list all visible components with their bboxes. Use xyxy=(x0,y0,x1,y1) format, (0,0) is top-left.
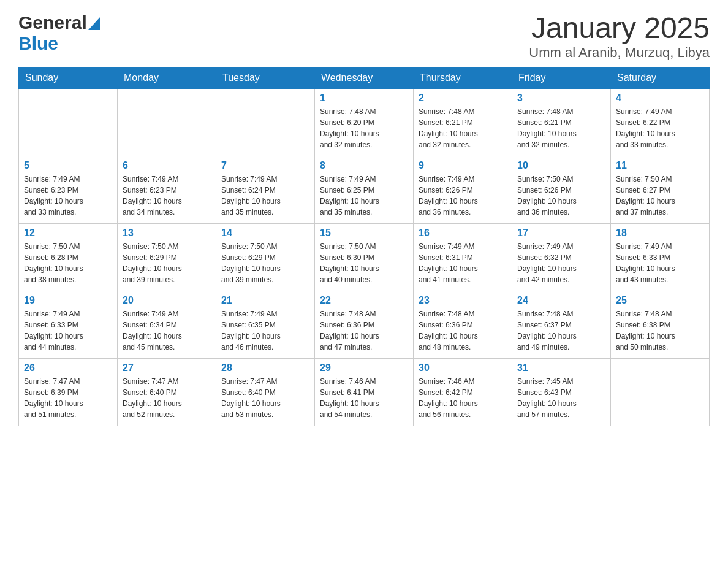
day-info: Sunrise: 7:45 AMSunset: 6:43 PMDaylight:… xyxy=(517,376,605,420)
day-info: Sunrise: 7:49 AMSunset: 6:34 PMDaylight:… xyxy=(123,308,211,353)
calendar-day-cell: 8Sunrise: 7:49 AMSunset: 6:25 PMDaylight… xyxy=(315,156,414,223)
day-info: Sunrise: 7:49 AMSunset: 6:25 PMDaylight:… xyxy=(320,174,408,218)
page-header: General Blue January 2025 Umm al Aranib,… xyxy=(18,12,710,61)
day-info: Sunrise: 7:48 AMSunset: 6:21 PMDaylight:… xyxy=(419,106,507,150)
day-number: 29 xyxy=(320,362,408,373)
day-info: Sunrise: 7:48 AMSunset: 6:21 PMDaylight:… xyxy=(517,106,605,150)
day-number: 9 xyxy=(419,160,507,171)
calendar-day-cell: 2Sunrise: 7:48 AMSunset: 6:21 PMDaylight… xyxy=(414,88,512,156)
calendar-day-cell: 1Sunrise: 7:48 AMSunset: 6:20 PMDaylight… xyxy=(315,88,414,156)
day-number: 20 xyxy=(123,295,211,306)
calendar-day-cell: 9Sunrise: 7:49 AMSunset: 6:26 PMDaylight… xyxy=(414,156,512,223)
calendar-day-cell: 13Sunrise: 7:50 AMSunset: 6:29 PMDayligh… xyxy=(118,223,216,291)
day-number: 4 xyxy=(616,93,704,104)
logo: General Blue xyxy=(18,12,100,54)
calendar-day-cell xyxy=(216,88,315,156)
calendar-day-cell: 12Sunrise: 7:50 AMSunset: 6:28 PMDayligh… xyxy=(19,223,118,291)
title-section: January 2025 Umm al Aranib, Murzuq, Liby… xyxy=(529,12,710,61)
day-info: Sunrise: 7:50 AMSunset: 6:29 PMDaylight:… xyxy=(221,241,309,285)
day-number: 16 xyxy=(419,228,507,239)
day-info: Sunrise: 7:47 AMSunset: 6:40 PMDaylight:… xyxy=(221,376,309,420)
calendar-day-cell: 6Sunrise: 7:49 AMSunset: 6:23 PMDaylight… xyxy=(118,156,216,223)
day-info: Sunrise: 7:49 AMSunset: 6:22 PMDaylight:… xyxy=(616,106,704,150)
day-number: 19 xyxy=(24,295,112,306)
day-number: 6 xyxy=(123,160,211,171)
day-info: Sunrise: 7:49 AMSunset: 6:33 PMDaylight:… xyxy=(24,308,112,353)
day-info: Sunrise: 7:49 AMSunset: 6:35 PMDaylight:… xyxy=(221,308,309,353)
day-info: Sunrise: 7:49 AMSunset: 6:26 PMDaylight:… xyxy=(419,174,507,218)
calendar-week-row: 1Sunrise: 7:48 AMSunset: 6:20 PMDaylight… xyxy=(19,88,710,156)
month-title: January 2025 xyxy=(529,12,710,45)
calendar-day-cell: 26Sunrise: 7:47 AMSunset: 6:39 PMDayligh… xyxy=(19,358,118,426)
day-number: 26 xyxy=(24,362,112,373)
calendar-day-cell xyxy=(118,88,216,156)
calendar-day-cell: 3Sunrise: 7:48 AMSunset: 6:21 PMDaylight… xyxy=(512,88,611,156)
calendar-day-cell: 19Sunrise: 7:49 AMSunset: 6:33 PMDayligh… xyxy=(19,291,118,358)
calendar-day-cell: 28Sunrise: 7:47 AMSunset: 6:40 PMDayligh… xyxy=(216,358,315,426)
day-info: Sunrise: 7:46 AMSunset: 6:41 PMDaylight:… xyxy=(320,376,408,420)
logo-triangle-icon xyxy=(88,17,100,30)
day-number: 24 xyxy=(517,295,605,306)
calendar-day-cell: 18Sunrise: 7:49 AMSunset: 6:33 PMDayligh… xyxy=(611,223,710,291)
svg-marker-0 xyxy=(88,17,100,30)
day-number: 7 xyxy=(221,160,309,171)
calendar-day-header: Sunday xyxy=(19,67,118,88)
day-number: 13 xyxy=(123,228,211,239)
day-info: Sunrise: 7:48 AMSunset: 6:20 PMDaylight:… xyxy=(320,106,408,150)
calendar-week-row: 19Sunrise: 7:49 AMSunset: 6:33 PMDayligh… xyxy=(19,291,710,358)
day-info: Sunrise: 7:49 AMSunset: 6:33 PMDaylight:… xyxy=(616,241,704,285)
day-info: Sunrise: 7:49 AMSunset: 6:32 PMDaylight:… xyxy=(517,241,605,285)
calendar-day-cell: 16Sunrise: 7:49 AMSunset: 6:31 PMDayligh… xyxy=(414,223,512,291)
day-info: Sunrise: 7:50 AMSunset: 6:30 PMDaylight:… xyxy=(320,241,408,285)
day-number: 27 xyxy=(123,362,211,373)
day-info: Sunrise: 7:49 AMSunset: 6:31 PMDaylight:… xyxy=(419,241,507,285)
calendar-day-cell: 29Sunrise: 7:46 AMSunset: 6:41 PMDayligh… xyxy=(315,358,414,426)
calendar-day-cell xyxy=(19,88,118,156)
calendar-day-cell: 4Sunrise: 7:49 AMSunset: 6:22 PMDaylight… xyxy=(611,88,710,156)
day-info: Sunrise: 7:48 AMSunset: 6:36 PMDaylight:… xyxy=(320,308,408,353)
day-number: 2 xyxy=(419,93,507,104)
day-number: 14 xyxy=(221,228,309,239)
day-info: Sunrise: 7:50 AMSunset: 6:26 PMDaylight:… xyxy=(517,174,605,218)
calendar-day-header: Friday xyxy=(512,67,611,88)
calendar-day-header: Wednesday xyxy=(315,67,414,88)
day-number: 10 xyxy=(517,160,605,171)
day-number: 25 xyxy=(616,295,704,306)
logo-general-text: General xyxy=(18,12,87,33)
calendar-day-header: Saturday xyxy=(611,67,710,88)
calendar-day-cell: 7Sunrise: 7:49 AMSunset: 6:24 PMDaylight… xyxy=(216,156,315,223)
calendar-day-cell: 17Sunrise: 7:49 AMSunset: 6:32 PMDayligh… xyxy=(512,223,611,291)
day-number: 1 xyxy=(320,93,408,104)
day-info: Sunrise: 7:48 AMSunset: 6:37 PMDaylight:… xyxy=(517,308,605,353)
logo-blue-text: Blue xyxy=(18,33,58,53)
day-number: 11 xyxy=(616,160,704,171)
day-number: 18 xyxy=(616,228,704,239)
day-info: Sunrise: 7:48 AMSunset: 6:38 PMDaylight:… xyxy=(616,308,704,353)
calendar-day-cell: 23Sunrise: 7:48 AMSunset: 6:36 PMDayligh… xyxy=(414,291,512,358)
day-number: 15 xyxy=(320,228,408,239)
day-info: Sunrise: 7:46 AMSunset: 6:42 PMDaylight:… xyxy=(419,376,507,420)
calendar-day-header: Thursday xyxy=(414,67,512,88)
day-number: 3 xyxy=(517,93,605,104)
calendar-day-header: Monday xyxy=(118,67,216,88)
day-info: Sunrise: 7:48 AMSunset: 6:36 PMDaylight:… xyxy=(419,308,507,353)
day-info: Sunrise: 7:47 AMSunset: 6:39 PMDaylight:… xyxy=(24,376,112,420)
calendar-week-row: 5Sunrise: 7:49 AMSunset: 6:23 PMDaylight… xyxy=(19,156,710,223)
calendar-day-cell: 20Sunrise: 7:49 AMSunset: 6:34 PMDayligh… xyxy=(118,291,216,358)
day-number: 31 xyxy=(517,362,605,373)
day-number: 12 xyxy=(24,228,112,239)
calendar-day-cell: 27Sunrise: 7:47 AMSunset: 6:40 PMDayligh… xyxy=(118,358,216,426)
calendar-day-cell: 25Sunrise: 7:48 AMSunset: 6:38 PMDayligh… xyxy=(611,291,710,358)
day-info: Sunrise: 7:50 AMSunset: 6:28 PMDaylight:… xyxy=(24,241,112,285)
calendar-day-cell: 22Sunrise: 7:48 AMSunset: 6:36 PMDayligh… xyxy=(315,291,414,358)
day-number: 22 xyxy=(320,295,408,306)
calendar-day-cell: 15Sunrise: 7:50 AMSunset: 6:30 PMDayligh… xyxy=(315,223,414,291)
day-number: 21 xyxy=(221,295,309,306)
day-info: Sunrise: 7:49 AMSunset: 6:23 PMDaylight:… xyxy=(123,174,211,218)
day-info: Sunrise: 7:50 AMSunset: 6:27 PMDaylight:… xyxy=(616,174,704,218)
day-number: 23 xyxy=(419,295,507,306)
calendar-header-row: SundayMondayTuesdayWednesdayThursdayFrid… xyxy=(19,67,710,88)
day-number: 5 xyxy=(24,160,112,171)
calendar-day-cell: 30Sunrise: 7:46 AMSunset: 6:42 PMDayligh… xyxy=(414,358,512,426)
calendar-day-cell: 31Sunrise: 7:45 AMSunset: 6:43 PMDayligh… xyxy=(512,358,611,426)
